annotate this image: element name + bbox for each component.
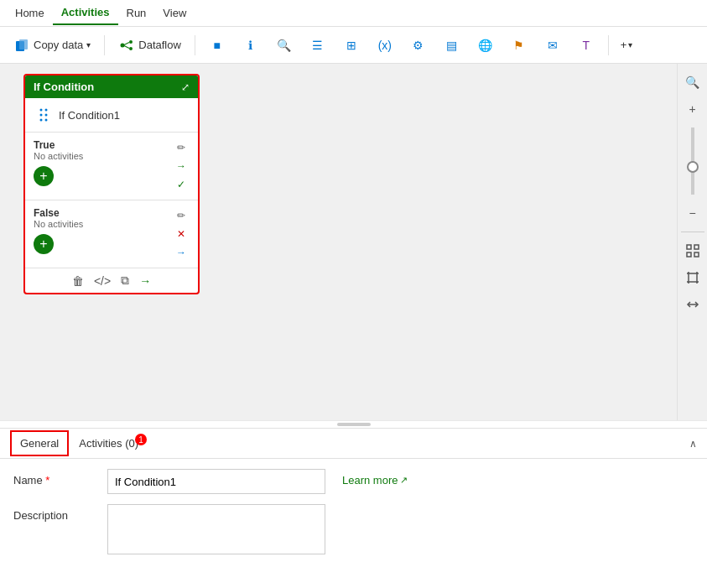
toolbar-icon-btn-1[interactable]: ■ [202,34,232,57]
toolbar-icon-btn-9[interactable]: 🌐 [470,34,501,57]
menu-bar: Home Activities Run View [0,0,707,27]
menu-home[interactable]: Home [7,2,53,24]
copy-icon[interactable]: ⧉ [121,273,129,288]
toolbar: Copy data ▾ Dataflow ■ ℹ 🔍 ☰ ⊞ (x) ⚙ ▤ 🌐… [0,27,707,64]
table-icon: ⊞ [343,37,360,54]
fit-selection-button[interactable] [681,266,704,289]
toolbar-icon-btn-2[interactable]: ℹ [236,34,266,57]
settings-icon: ⚙ [410,37,427,54]
toolbar-icon-btn-7[interactable]: ⚙ [403,34,434,57]
false-x-icon[interactable]: ✕ [173,226,190,242]
name-required-marker: * [45,474,49,487]
search-icon: 🔍 [276,37,293,54]
toolbar-icon-btn-5[interactable]: ⊞ [336,34,366,57]
svg-rect-1 [19,39,28,49]
fit-page-button[interactable] [681,239,704,263]
toolbar-icon-btn-10[interactable]: ⚑ [504,34,534,57]
panel-drag-handle[interactable] [0,420,707,428]
dataflow-icon [118,37,135,54]
menu-run[interactable]: Run [118,2,155,24]
tab-activities-badge: 1 [135,434,147,445]
svg-point-10 [45,114,48,117]
true-add-button[interactable]: + [34,166,54,186]
search-zoom-button[interactable]: 🔍 [681,70,704,94]
tab-activities[interactable]: Activities (0) 1 [69,430,148,456]
false-add-button[interactable]: + [34,234,54,254]
svg-point-9 [40,114,43,117]
svg-point-8 [45,109,48,112]
square-icon: ■ [209,37,226,54]
main-canvas-area: If Condition ⤢ If Condition1 True No act… [0,64,707,420]
toolbar-icon-btn-3[interactable]: 🔍 [269,34,299,57]
true-label: True [34,139,169,151]
tab-general[interactable]: General [10,430,69,456]
svg-point-7 [40,109,43,112]
false-sub: No activities [34,219,169,229]
teams-icon: T [578,37,595,54]
true-branch: True No activities + ✏ → ✓ [25,133,198,200]
toolbar-icon-btn-6[interactable]: (x) [370,34,400,57]
true-check-icon[interactable]: ✓ [173,176,190,193]
bottom-tabs-bar: General Activities (0) 1 ∧ [0,429,707,459]
true-arrow-icon[interactable]: → [173,158,190,174]
info-icon: ℹ [242,37,259,54]
if-condition-move-icon [34,105,54,125]
menu-activities[interactable]: Activities [53,1,118,25]
form-row-name: Name * Learn more ↗ [13,469,694,494]
drag-indicator [337,423,371,426]
if-condition-name-row: If Condition1 [25,98,198,133]
canvas[interactable]: If Condition ⤢ If Condition1 True No act… [0,64,707,420]
copy-data-chevron-icon: ▾ [86,40,91,49]
copy-data-label: Copy data [34,39,83,51]
if-condition-block: If Condition ⤢ If Condition1 True No act… [23,74,200,294]
copy-data-icon [13,37,30,54]
learn-more-link[interactable]: Learn more ↗ [342,469,408,487]
dataflow-label: Dataflow [138,39,181,51]
delete-icon[interactable]: 🗑 [72,274,84,288]
svg-point-11 [40,119,43,122]
toolbar-icon-btn-12[interactable]: T [571,34,601,57]
panel-collapse-chevron-icon[interactable]: ∧ [689,438,697,450]
false-edit-icon[interactable]: ✏ [173,207,190,224]
tab-activities-label: Activities (0) [79,437,138,450]
globe-icon: 🌐 [477,37,494,54]
false-branch: False No activities + ✏ ✕ → [25,200,198,268]
svg-point-2 [121,43,125,47]
toolbar-icon-btn-11[interactable]: ✉ [538,34,568,57]
menu-view[interactable]: View [154,2,195,24]
name-input[interactable] [107,469,325,494]
svg-rect-14 [694,245,699,249]
false-branch-actions: ✏ ✕ → [169,207,190,261]
code-icon[interactable]: </> [94,274,111,288]
copy-data-button[interactable]: Copy data ▾ [7,34,97,57]
true-edit-icon[interactable]: ✏ [173,139,190,156]
toolbar-icon-btn-4[interactable]: ☰ [303,34,333,57]
zoom-track [691,127,694,195]
description-input[interactable] [107,504,325,554]
collapse-button[interactable] [681,293,704,316]
if-condition-header: If Condition ⤢ [25,75,198,98]
external-link-icon: ↗ [400,475,408,486]
toolbar-separator-1 [104,35,105,55]
zoom-divider [681,232,704,232]
run-icon[interactable]: → [139,274,151,288]
expand-icon[interactable]: ⤢ [181,81,190,93]
zoom-out-button[interactable]: − [681,201,704,225]
toolbar-icon-btn-8[interactable]: ▤ [437,34,467,57]
false-arrow-icon[interactable]: → [173,244,190,261]
if-condition-block-name: If Condition1 [59,109,120,122]
flag-icon: ⚑ [511,37,528,54]
zoom-in-button[interactable]: + [681,97,704,121]
variable-icon: (x) [377,37,393,54]
panel-icon: ▤ [444,37,460,54]
svg-line-5 [124,42,129,44]
dataflow-button[interactable]: Dataflow [112,34,188,57]
toolbar-separator-3 [608,35,609,55]
svg-rect-17 [689,273,697,282]
toolbar-separator-2 [195,35,195,55]
false-label: False [34,207,169,219]
add-button[interactable]: + ▾ [616,35,638,55]
svg-point-3 [129,40,133,44]
zoom-thumb[interactable] [687,161,699,173]
plus-chevron-icon: ▾ [628,40,632,49]
